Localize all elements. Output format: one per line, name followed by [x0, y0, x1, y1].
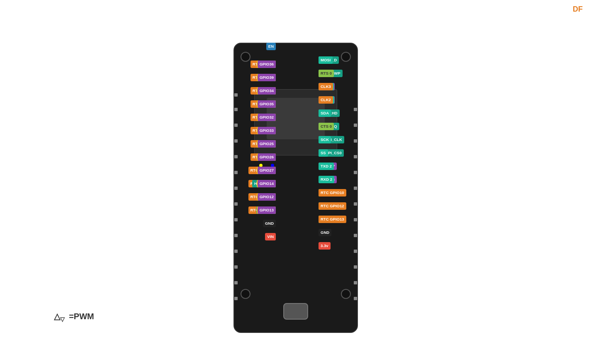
pin-dot-r8 — [354, 218, 357, 221]
label-gnd-left: GND — [263, 220, 276, 227]
label-rts0: RTS 0 — [319, 70, 334, 77]
mounting-hole-br — [341, 289, 351, 299]
pin-row-gpio33: RTC GPIO8 Xtal32N Touch8 ADC1_5 GPIO33 1… — [271, 124, 276, 137]
pin-row-gpio1: 41 GPIO1 TXD 0 CLK3 — [319, 80, 323, 93]
pin-row-gpio12: RTC GPIO15 Touch5 HSPI_Q ADC2_5 GPIO12 1… — [271, 190, 276, 204]
label-gpio12: GPIO12 — [258, 193, 276, 200]
pin-row-gpio2: 22 GPIO2 ADC2_2 HSPI_WP0 Touch2 RTC GPIO… — [319, 199, 323, 213]
pin-dot-en-l — [234, 93, 238, 97]
label-sck: SCK — [319, 136, 331, 143]
label-gpio35: GPIO35 — [258, 100, 276, 107]
pin-row-gpio32: RTC GPIO9 Xtal32P Touch9 ADC1_4 GPIO32 1… — [271, 111, 276, 124]
label-rtc-gpio10: RTC GPIO10 — [319, 189, 346, 196]
label-gpio36: GPIO36 — [258, 61, 276, 68]
label-rtc-gpio12: RTC GPIO12 — [319, 202, 346, 209]
pin-dot-r5 — [354, 171, 357, 174]
pin-dot-l2 — [234, 124, 238, 127]
pin-row-gpio18: 35 GPIO18 V_SPI_CLK SCK — [319, 133, 323, 146]
pin-row-gpio3: 40 GPIO3 RXD 0 CLK2 — [319, 93, 323, 107]
label-clk3: CLK3 — [319, 83, 333, 90]
label-gpio33: GPIO33 — [258, 127, 276, 134]
pin-dot-l9 — [234, 234, 238, 237]
board: PWR D2 — [233, 43, 358, 333]
pin-dot-l5 — [234, 171, 238, 174]
pin-row-gpio15: 21 GPIO15 ADC2_3 HSPI_CS0 Touch3 RTC GPI… — [319, 213, 323, 226]
label-rtc-gpio13: RTC GPIO13 — [319, 216, 346, 223]
pin-dot-r7 — [354, 202, 357, 206]
pin-row-gpio35: Input only RTC GPIO5 ADC1_7 GPIO35 11 — [271, 97, 276, 111]
pin-row-gpio26: DAC 2 RTC GPIO7 ADC2_9 GPIO26 15 — [271, 150, 276, 164]
pin-dot-l7 — [234, 202, 238, 206]
pin-row-gpio25: DAC 1 RTC GPIO6 ADC2_8 GPIO25 14 — [271, 137, 276, 150]
pin-dot-l3 — [234, 139, 238, 143]
mounting-hole-tr — [341, 52, 351, 62]
label-ss: SS — [319, 149, 328, 156]
label-gpio34: GPIO34 — [258, 87, 276, 94]
left-pin-area: EN Input only RTC GPIO0 SensVP ADC1_0 GP… — [271, 39, 276, 243]
pin-dot-r4 — [354, 155, 357, 158]
label-vin: VIN — [265, 233, 276, 240]
label-gpio32: GPIO32 — [258, 114, 276, 121]
pin-row-gpio17: 27 GPIO17 TXD 2 — [319, 160, 323, 173]
pin-row-gpio27: RTC GPIO17 Touch7 ADC2_7 GPIO27 16 — [271, 164, 276, 177]
pin-dot-r3 — [354, 139, 357, 143]
pin-row-gpio23: 36 GPIO23 V_SPI_D MOSI — [319, 53, 323, 67]
pin-row-gpio39: Input only RTC GPIO3 SensVN ADC1_3 GPIO3… — [273, 71, 276, 84]
label-clk2: CLK2 — [319, 96, 333, 103]
right-pin-area: 36 GPIO23 V_SPI_D MOSI 39 GPIO22 V_SPI_W… — [319, 53, 323, 252]
label-gpio13: GPIO13 — [258, 206, 276, 214]
mounting-hole-tl — [241, 52, 251, 62]
label-gpio27: GPIO27 — [258, 167, 276, 174]
pin-dot-r12 — [354, 281, 357, 284]
mounting-hole-bl — [241, 289, 251, 299]
pin-row-gpio36: Input only RTC GPIO0 SensVP ADC1_0 GPIO3… — [273, 58, 276, 71]
label-gnd-right: GND — [319, 229, 331, 236]
pin-row-gpio5: 34 GPIO5 V_SPI_CS0 SS — [319, 146, 323, 160]
label-en: EN — [266, 43, 276, 50]
df-logo: DF — [573, 5, 583, 14]
pin-dot-r9 — [354, 234, 357, 237]
label-gpio26: GPIO26 — [258, 153, 276, 160]
label-rxd2: RXD 2 — [319, 176, 334, 183]
pin-dot-r2 — [354, 124, 357, 127]
pin-row-gpio19: 38 GPIO19 V_SPI_Q MISO CTS 0 — [319, 120, 323, 133]
label-gpio14: GPIO14 — [258, 180, 276, 187]
label-gpio39: GPIO39 — [258, 74, 276, 81]
pin-row-gpio22: 39 GPIO22 V_SPI_WP SCL RTS 0 — [319, 67, 323, 80]
pin-dot-l8 — [234, 218, 238, 221]
pwm-label: △▽ =PWM — [54, 311, 94, 323]
pin-dot-l6 — [234, 187, 238, 190]
label-cts0: CTS 0 — [319, 123, 334, 130]
label-gpio25: GPIO25 — [258, 140, 276, 147]
pin-dot-r13 — [354, 297, 357, 300]
pin-dot-l11 — [234, 265, 238, 269]
pin-row-gpio21: 42 GPIO21 VSPI_HD SDA — [319, 107, 323, 120]
pin-dot-l12 — [234, 281, 238, 284]
pin-row-gpio34: Input only RTC GPIO4 ADC1_6 GPIO34 10 — [271, 84, 276, 97]
label-txd2: TXD 2 — [319, 163, 334, 170]
pin-dot-l4 — [234, 155, 238, 158]
pin-dot-r6 — [354, 187, 357, 190]
pin-dot-r10 — [354, 250, 357, 253]
pin-row-gpio4: 24 GPIO4 ADC2_0 HSPI_HD Touch0 RTC GPIO1… — [319, 186, 323, 199]
pin-row-gpio14: RTC GPIO16 Touch6 HSPI_CLK ADC2_6 GPIO14… — [271, 177, 276, 190]
pin-row-gpio13: RTC GPIO14 Touch4 HSPI_ID ADC2_4 GPIO13 … — [271, 204, 276, 217]
pin-dot-l1 — [234, 108, 238, 111]
pin-dot-r11 — [354, 265, 357, 269]
pin-row-gpio16: 25 GPIO16 RXD 2 — [319, 173, 323, 186]
usb-connector — [283, 303, 308, 320]
pin-dot-l10 — [234, 250, 238, 253]
pin-dot-r1 — [354, 108, 357, 111]
label-sda: SDA — [319, 109, 331, 116]
label-3v3: 3.3v — [319, 242, 331, 249]
pin-dot-l13 — [234, 297, 238, 300]
label-mosi: MOSI — [319, 56, 333, 63]
